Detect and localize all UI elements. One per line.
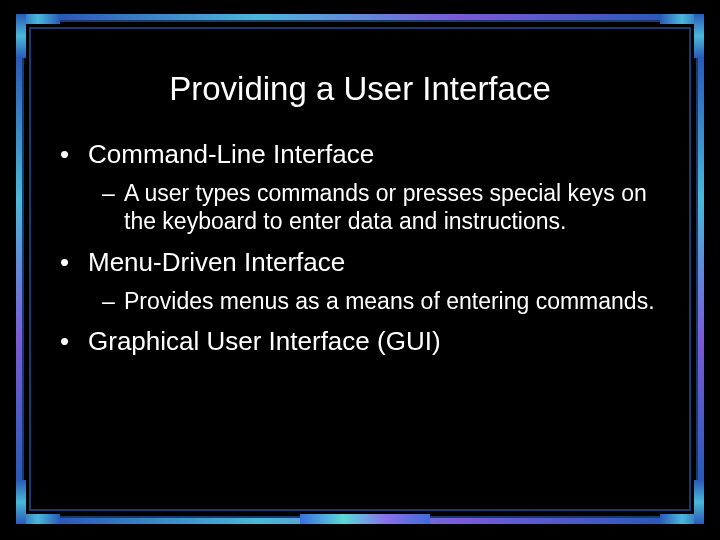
bullet-label: Command-Line Interface: [88, 139, 374, 169]
corner-decoration-icon: [660, 480, 704, 524]
corner-decoration-icon: [660, 14, 704, 58]
bullet-list: Command-Line Interface A user types comm…: [50, 138, 670, 358]
sub-bullet-item: A user types commands or presses special…: [102, 179, 670, 237]
edge-decoration: [698, 58, 704, 480]
corner-decoration-icon: [16, 480, 60, 524]
bullet-item: Command-Line Interface A user types comm…: [60, 138, 670, 236]
edge-decoration: [60, 14, 660, 20]
slide-content: Providing a User Interface Command-Line …: [50, 70, 670, 368]
sub-bullet-list: A user types commands or presses special…: [88, 179, 670, 237]
bullet-item: Menu-Driven Interface Provides menus as …: [60, 246, 670, 315]
corner-decoration-icon: [16, 14, 60, 58]
slide-title: Providing a User Interface: [50, 70, 670, 108]
bullet-label: Graphical User Interface (GUI): [88, 326, 441, 356]
edge-decoration: [16, 58, 22, 480]
bullet-label: Menu-Driven Interface: [88, 247, 345, 277]
bullet-item: Graphical User Interface (GUI): [60, 325, 670, 358]
sub-bullet-item: Provides menus as a means of entering co…: [102, 287, 670, 316]
bottom-accent-bar: [300, 514, 430, 524]
sub-bullet-list: Provides menus as a means of entering co…: [88, 287, 670, 316]
